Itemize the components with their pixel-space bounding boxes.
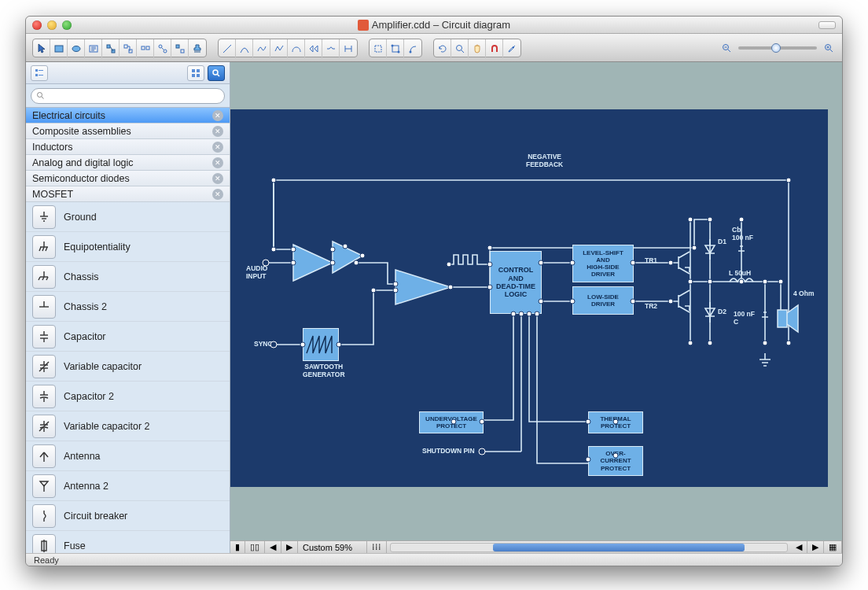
hscroll-grip[interactable]: ⁞⁞⁞ <box>367 541 387 553</box>
node[interactable] <box>688 279 693 285</box>
node[interactable] <box>519 312 524 317</box>
node[interactable] <box>300 342 306 348</box>
shape-chassis[interactable]: Chassis <box>26 262 230 292</box>
node[interactable] <box>786 341 792 346</box>
node[interactable] <box>688 217 693 223</box>
shape-variable-capacitor-2[interactable]: Variable capacitor 2 <box>26 411 230 441</box>
hscroll-track[interactable] <box>390 543 788 552</box>
connector-tool-5[interactable] <box>171 39 189 58</box>
shape-antenna-2[interactable]: Antenna 2 <box>26 471 230 501</box>
shape-variable-capacitor[interactable]: Variable capacitor <box>26 352 230 382</box>
node[interactable] <box>708 341 713 346</box>
pointer-tool[interactable] <box>33 39 50 58</box>
zoom-out-button[interactable] <box>719 39 734 57</box>
node[interactable] <box>786 178 792 183</box>
magnify-tool[interactable] <box>451 39 469 58</box>
close-icon[interactable]: ✕ <box>212 189 223 200</box>
node[interactable] <box>487 245 493 251</box>
node[interactable] <box>570 260 576 266</box>
shape-chassis-2[interactable]: Chassis 2 <box>26 292 230 322</box>
node[interactable] <box>613 419 619 425</box>
dimension-tool[interactable] <box>340 39 357 58</box>
node[interactable] <box>291 247 296 253</box>
ellipse-tool[interactable] <box>68 39 85 58</box>
zoom-button[interactable] <box>62 20 72 30</box>
shape-equipotentiality[interactable]: Equipotentiality <box>26 232 230 262</box>
node[interactable] <box>448 285 454 290</box>
grid-toggle-icon[interactable]: ▦ <box>824 541 842 553</box>
rect-tool[interactable] <box>50 39 68 58</box>
node[interactable] <box>708 279 713 285</box>
hscroll-thumb[interactable] <box>493 544 745 551</box>
category-inductors[interactable]: Inductors✕ <box>26 139 230 155</box>
node[interactable] <box>613 453 619 459</box>
snap-tool[interactable] <box>486 39 503 58</box>
node[interactable] <box>330 247 336 253</box>
search-input[interactable] <box>31 88 225 104</box>
node[interactable] <box>668 260 674 266</box>
control-block[interactable]: CONTROL AND DEAD-TIME LOGIC <box>490 251 542 314</box>
path-tool-2[interactable] <box>322 39 340 58</box>
node[interactable] <box>739 279 745 285</box>
titlebar[interactable]: Amplifier.cdd – Circuit diagram <box>26 17 842 34</box>
node[interactable] <box>539 260 544 266</box>
node[interactable] <box>668 299 674 304</box>
close-icon[interactable]: ✕ <box>212 126 223 137</box>
category-semiconductor-diodes[interactable]: Semiconductor diodes✕ <box>26 171 230 186</box>
text-tool[interactable] <box>85 39 102 58</box>
connector-tool-1[interactable] <box>102 39 120 58</box>
close-icon[interactable]: ✕ <box>212 173 223 184</box>
node[interactable] <box>535 312 540 317</box>
connector-tool-3[interactable] <box>137 39 154 58</box>
node[interactable] <box>763 341 768 346</box>
node[interactable] <box>692 245 697 251</box>
connector-tool-4[interactable] <box>154 39 171 58</box>
shape-antenna[interactable]: Antenna <box>26 441 230 471</box>
zoom-track[interactable] <box>738 46 817 50</box>
node[interactable] <box>271 178 277 183</box>
shape-capacitor-2[interactable]: Capacitor 2 <box>26 382 230 411</box>
node[interactable] <box>270 341 278 348</box>
node[interactable] <box>271 247 277 253</box>
node[interactable] <box>487 262 493 267</box>
node[interactable] <box>447 262 452 267</box>
path-tool-1[interactable] <box>305 39 322 58</box>
close-icon[interactable]: ✕ <box>212 157 223 168</box>
sidebar-grid-icon[interactable] <box>187 65 204 81</box>
node[interactable] <box>739 217 745 223</box>
level-shift-block[interactable]: LEVEL-SHIFT AND HIGH-SIDE DRIVER <box>572 245 634 282</box>
zoom-in-button[interactable] <box>822 39 836 57</box>
node[interactable] <box>539 299 544 304</box>
node[interactable] <box>343 244 348 249</box>
shape-circuit-breaker[interactable]: Circuit breaker <box>26 501 230 531</box>
node[interactable] <box>527 312 532 317</box>
zoom-thumb[interactable] <box>771 43 781 53</box>
close-icon[interactable]: ✕ <box>212 142 223 153</box>
node-tool-3[interactable] <box>404 39 421 58</box>
arc-tool[interactable] <box>236 39 253 58</box>
scroll-right[interactable]: ▶ <box>281 541 298 553</box>
node[interactable] <box>511 312 517 317</box>
titlebar-toggle[interactable] <box>818 21 836 29</box>
node[interactable] <box>360 253 366 259</box>
close-button[interactable] <box>32 20 42 30</box>
node[interactable] <box>291 260 296 266</box>
node[interactable] <box>487 285 493 290</box>
node[interactable] <box>586 419 591 425</box>
category-mosfet[interactable]: MOSFET✕ <box>26 186 230 202</box>
node[interactable] <box>708 217 713 223</box>
bezier-tool[interactable] <box>288 39 305 58</box>
shape-fuse[interactable]: Fuse <box>26 531 230 553</box>
diagram-page[interactable]: NEGATIVE FEEDBACK AUDIO INPUT SYNC SAWTO… <box>230 109 828 487</box>
node[interactable] <box>586 457 591 463</box>
node[interactable] <box>778 279 784 285</box>
node[interactable] <box>631 299 636 304</box>
eyedropper-tool[interactable] <box>503 39 520 58</box>
scroll-left[interactable]: ◀ <box>265 541 281 553</box>
node-tool-2[interactable] <box>387 39 404 58</box>
node-tool-1[interactable] <box>370 39 387 58</box>
hscroll-right[interactable]: ▶ <box>807 541 824 553</box>
node[interactable] <box>371 288 377 293</box>
node[interactable] <box>631 260 636 266</box>
line-tool[interactable] <box>219 39 236 58</box>
